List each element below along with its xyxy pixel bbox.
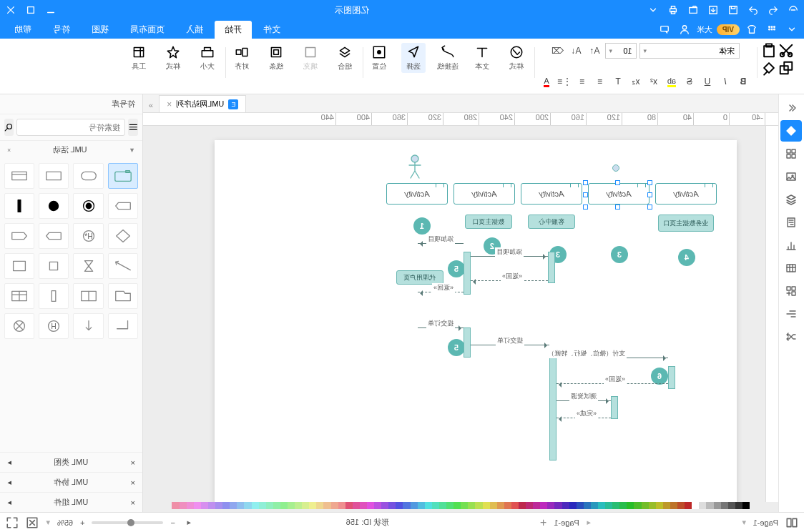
font-color-button[interactable]: A [539,74,554,89]
line-spacing-button[interactable]: ≡ [592,74,608,89]
grid-icon[interactable] [764,21,780,37]
save-icon[interactable] [725,2,741,18]
lifeline-bar[interactable] [464,252,471,295]
export-icon[interactable] [705,2,721,18]
style2-button[interactable]: 样式 [161,43,185,73]
bullets-button[interactable]: ⋮≡ [557,74,572,89]
color-swatch[interactable] [706,502,713,509]
copy-button[interactable] [778,60,794,76]
number-node[interactable]: 1 [413,217,431,235]
swimlane-head[interactable]: Activity [655,183,717,205]
color-swatch[interactable] [374,502,381,509]
tab-symbol[interactable]: 符号 [43,21,80,39]
color-swatch[interactable] [201,502,208,509]
color-swatch[interactable] [338,502,345,509]
color-swatch[interactable] [425,502,432,509]
color-swatch[interactable] [222,502,230,509]
color-swatch[interactable] [649,502,656,509]
page-select-left[interactable]: Page-1 [753,518,778,527]
color-swatch[interactable] [230,502,237,509]
tab-insert[interactable]: 插入 [176,21,213,39]
print-icon[interactable] [665,2,681,18]
zoom-out-icon[interactable]: − [170,518,175,527]
number-node[interactable]: 3 [611,246,628,263]
color-swatch[interactable] [519,502,526,509]
shape-region[interactable] [74,283,104,309]
increase-font-icon[interactable]: A↑ [587,44,603,58]
lib-menu-icon[interactable] [129,119,139,136]
zoom-in-icon[interactable]: + [80,518,84,527]
tab-start[interactable]: 开始 [215,21,252,39]
fill-button[interactable]: 填充 [298,43,323,73]
tab-view[interactable]: 视图 [82,21,119,39]
color-swatch[interactable] [468,502,475,509]
page[interactable]: ActivityActivityActivityActivityActivity… [215,140,737,502]
collapse-tabs-icon[interactable]: » [143,98,159,112]
case-button[interactable]: T [610,74,626,89]
swimlane-head[interactable]: Activity [454,183,515,205]
color-swatch[interactable] [454,502,461,509]
color-swatch[interactable] [533,502,540,509]
align-group-button[interactable]: 对齐 [230,43,254,73]
bold-button[interactable]: B [735,74,751,89]
lib-cat-collab[interactable]: ×UML 协作▸ [0,472,142,492]
shape-state[interactable] [74,163,104,189]
page-nav-icon[interactable] [785,516,798,529]
color-swatch[interactable] [194,502,201,509]
color-swatch[interactable] [439,502,446,509]
color-swatch[interactable] [714,502,721,509]
strike-button[interactable]: S [682,74,697,89]
swimlane-head[interactable]: Activity [521,183,582,205]
color-swatch[interactable] [627,502,634,509]
color-swatch[interactable] [411,502,418,509]
color-bar[interactable] [143,502,778,512]
paste-button[interactable] [761,43,777,59]
color-swatch[interactable] [598,502,605,509]
shape-flow[interactable] [108,253,138,279]
color-swatch[interactable] [316,502,323,509]
close-icon[interactable] [3,2,19,18]
grid-panel-icon[interactable] [781,143,803,164]
color-swatch[interactable] [295,502,302,509]
shape-cross[interactable] [4,313,34,339]
decrease-font-icon[interactable]: A↓ [569,44,584,58]
text-button[interactable]: 文本 [470,43,494,73]
group-button[interactable]: 组合 [333,43,357,73]
number-node[interactable]: 5 [448,339,465,356]
color-swatch[interactable] [685,502,692,509]
lifeline-bar[interactable] [549,349,557,460]
start-node[interactable] [612,164,619,172]
swimlane-head[interactable]: Activity [386,183,448,205]
color-swatch[interactable] [266,502,273,509]
color-swatch[interactable] [591,502,598,509]
comment-icon[interactable] [657,21,672,37]
color-swatch[interactable] [280,502,288,509]
user-name[interactable]: 大米 [697,24,712,35]
select-button[interactable]: 选择 [401,43,426,73]
layers-panel-icon[interactable] [781,189,803,210]
shape-action[interactable] [4,163,34,189]
tab-file[interactable]: 文件 [253,21,290,39]
shape-final[interactable] [74,193,104,219]
shape-receive[interactable] [39,223,69,249]
table-panel-icon[interactable] [781,257,803,279]
tab-layout[interactable]: 页面布局 [120,21,175,39]
underline-button[interactable]: U [700,74,715,89]
shape-folder[interactable] [108,283,138,309]
canvas[interactable]: ActivityActivityActivityActivityActivity… [143,126,765,502]
open-icon[interactable] [685,2,701,18]
color-swatch[interactable] [642,502,649,509]
lib-category-active[interactable]: ▼UML 活动× [0,140,142,159]
tab-help[interactable]: 帮助 [4,21,41,39]
lifeline-bar[interactable] [668,366,675,389]
actor-icon[interactable] [406,154,423,180]
style-button[interactable]: 样式 [504,43,529,73]
shirt-icon[interactable] [744,21,760,37]
activity-box[interactable]: 数据主页口 [465,215,512,229]
cut-button[interactable] [778,43,794,59]
number-node[interactable]: 6 [651,368,668,385]
color-swatch[interactable] [302,502,309,509]
color-swatch[interactable] [562,502,569,509]
chart-panel-icon[interactable] [781,235,803,256]
color-swatch[interactable] [490,502,497,509]
